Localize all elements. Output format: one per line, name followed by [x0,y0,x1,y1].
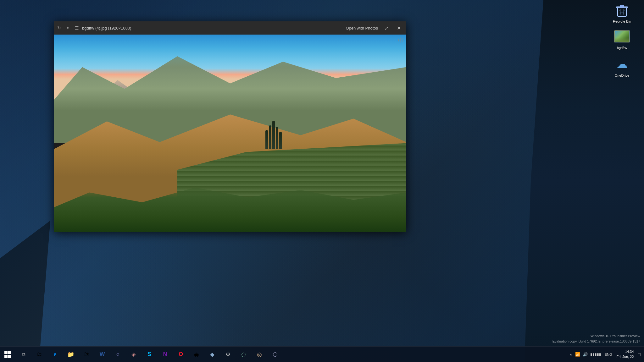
taskbar-app2[interactable]: ◈ [126,347,142,362]
app6-icon: ⬡ [273,351,278,358]
app2-icon: ◈ [131,351,136,358]
clock-date: Fri, Jun, 22 [617,354,634,359]
taskbar-app4[interactable]: ◌ [236,347,252,362]
taskbar-edge[interactable]: e [47,347,63,362]
taskbar-chrome[interactable]: ◉ [189,347,204,362]
cypress-4 [276,127,278,149]
windows-logo [4,351,11,358]
rotate-icon[interactable]: ↻ [57,25,61,30]
taskbar-folder[interactable]: 📁 [63,347,79,362]
notification-collapse[interactable]: ∧ [569,353,573,356]
bgdftw-thumbnail [614,30,630,42]
recycle-bin-icon[interactable]: Recycle Bin [609,3,635,24]
edge-icon: e [54,351,57,358]
cypress-1 [265,130,268,149]
file-explorer-icon: 🗂 [36,351,42,358]
bgdftw-image [614,29,630,44]
cypress-3 [272,121,275,149]
taskbar-app3[interactable]: ◆ [204,347,220,362]
desktop: ↻ ✦ ☰ bgdftw (4).jpg (1920×1080) Open wi… [0,0,644,362]
taskbar-onenote[interactable]: N [157,347,173,362]
opera-icon: O [179,351,183,358]
bgdftw-desktop-icon[interactable]: bgdftw [609,29,635,50]
onedrive-label: OneDrive [614,73,630,78]
right-crystal-area [525,0,644,362]
taskbar-settings[interactable]: ⚙ [220,347,236,362]
start-button[interactable] [0,347,16,362]
tray-network-icon[interactable]: 📶 [574,352,581,357]
title-bar: ↻ ✦ ☰ bgdftw (4).jpg (1920×1080) Open wi… [54,21,406,35]
tray-volume-icon[interactable]: 🔊 [582,352,589,357]
language-indicator[interactable]: ENG [603,353,613,356]
taskbar-opera[interactable]: O [173,347,189,362]
word-icon: W [100,351,105,358]
recycle-bin-image [614,3,630,18]
cypress-5 [279,132,282,149]
folder-icon: 📁 [67,351,74,358]
favorite-icon[interactable]: ✦ [66,25,70,30]
image-display: ⓘ [54,35,406,232]
open-with-photos-button[interactable]: Open with Photos [346,26,378,30]
onedrive-desktop-icon[interactable]: ☁ OneDrive [609,57,635,78]
taskbar-app1[interactable]: ○ [110,347,126,362]
skype-icon: S [147,351,151,358]
svg-rect-2 [620,5,624,7]
onedrive-image: ☁ [614,57,630,72]
task-view-icon: ⧉ [22,352,25,357]
app5-icon: ◎ [257,351,262,358]
taskbar-skype[interactable]: S [142,347,157,362]
tray-icons: 📶 🔊 ▮▮▮▮▮ [574,352,602,357]
chrome-icon: ◉ [194,351,199,358]
photo-viewer-window: ↻ ✦ ☰ bgdftw (4).jpg (1920×1080) Open wi… [54,21,406,232]
recycle-bin-label: Recycle Bin [612,19,632,24]
taskbar: ⧉ 🗂 e 📁 🛍 W ○ ◈ S [0,346,644,362]
close-button[interactable]: ✕ [394,24,403,32]
taskbar-clock[interactable]: 14:34 Fri, Jun, 22 [615,349,636,359]
system-tray: ∧ 📶 🔊 ▮▮▮▮▮ ENG 14:34 Fri, Jun, 22 □ [566,349,644,359]
watermark-line2: Evaluation copy. Build 17692.rs_prerelea… [552,339,640,344]
taskbar-app6[interactable]: ⬡ [267,347,283,362]
title-bar-right: Open with Photos ⤢ ✕ [346,24,403,32]
maximize-button[interactable]: ⤢ [382,24,391,32]
file-title: bgdftw (4).jpg (1920×1080) [82,26,342,30]
villa-area [265,90,353,149]
taskbar-word[interactable]: W [94,347,110,362]
cypress-2 [269,125,271,149]
app4-icon: ◌ [241,351,246,358]
title-bar-left-icons: ↻ ✦ ☰ [57,25,79,30]
taskbar-file-explorer[interactable]: 🗂 [31,347,47,362]
store-icon: 🛍 [84,351,89,358]
bgdftw-label: bgdftw [616,45,628,50]
app1-icon: ○ [116,351,120,358]
tray-battery-icon[interactable]: ▮▮▮▮▮ [589,352,602,357]
onenote-icon: N [163,351,167,358]
windows-watermark: Windows 10 Pro Insider Preview Evaluatio… [552,333,640,344]
task-view-button[interactable]: ⧉ [16,347,31,362]
taskbar-app5[interactable]: ◎ [252,347,267,362]
info-icon[interactable]: ⓘ [398,37,403,44]
settings-icon: ⚙ [225,351,230,358]
notification-center-icon[interactable]: □ [637,352,641,357]
app3-icon: ◆ [210,351,214,358]
watermark-line1: Windows 10 Pro Insider Preview [552,333,640,339]
onedrive-cloud-icon: ☁ [616,58,628,71]
clock-time: 14:34 [617,349,634,354]
more-options-icon[interactable]: ☰ [75,25,79,30]
taskbar-store[interactable]: 🛍 [79,347,94,362]
tuscany-photo: ⓘ [54,35,406,232]
